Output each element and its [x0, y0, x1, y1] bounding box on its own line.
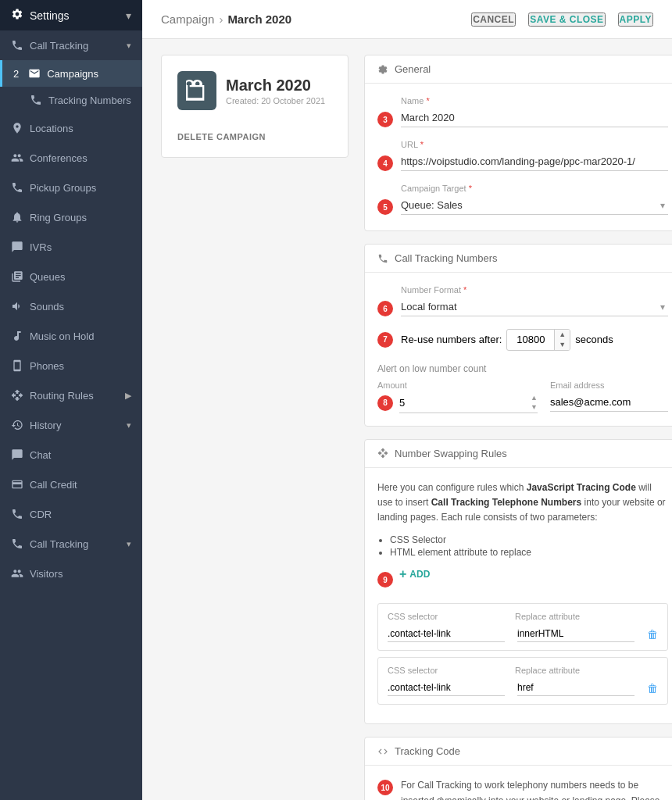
general-title: General [395, 63, 431, 75]
cancel-button[interactable]: CANCEL [471, 12, 516, 27]
sidebar-item-ring-groups[interactable]: Ring Groups [0, 202, 142, 232]
campaign-target-select[interactable]: Queue: Sales Queue: Support IVR: Main Ri… [401, 196, 668, 214]
history-icon [11, 419, 23, 431]
rule-1-replace-input[interactable] [517, 626, 634, 642]
cdr-label: CDR [30, 509, 52, 520]
calltrack-icon [11, 538, 23, 550]
sidebar-item-conferences[interactable]: Conferences [0, 143, 142, 173]
campaign-briefcase-icon [186, 80, 208, 102]
music-icon [11, 330, 23, 342]
chevron-down-icon: ▾ [127, 41, 131, 51]
format-select-wrapper: Local format International format E.164 … [401, 298, 668, 316]
sidebar-header[interactable]: Settings ▾ [0, 0, 142, 30]
url-input[interactable] [401, 152, 668, 171]
call-tracking-numbers-section: Call Tracking Numbers 6 Number Format * [364, 244, 672, 427]
phone-icon [11, 39, 23, 52]
campaigns-label: Campaigns [47, 68, 98, 80]
sidebar-item-visitors[interactable]: Visitors [0, 559, 142, 588]
rule-row-2-header: CSS selector Replace attribute [388, 666, 658, 675]
pickup-icon [11, 181, 23, 194]
sidebar-collapse-icon: ▾ [126, 9, 131, 22]
step-5-badge: 5 [377, 199, 393, 215]
page-content: March 2020 Created: 20 October 2021 DELE… [142, 39, 672, 800]
code-icon [377, 746, 388, 757]
sidebar-item-history[interactable]: History ▾ [0, 410, 142, 440]
phone2-icon [11, 359, 23, 372]
sidebar-item-ivrs[interactable]: IVRs [0, 232, 142, 262]
sidebar-item-locations[interactable]: Locations [0, 113, 142, 143]
name-input[interactable] [401, 109, 668, 127]
sidebar-item-cdr[interactable]: CDR [0, 499, 142, 529]
rule-2-css-input[interactable] [388, 680, 505, 696]
amount-increment-button[interactable]: ▲ [531, 393, 538, 403]
tracking-section-header: Tracking Code [365, 738, 672, 766]
sidebar-item-pickup-groups[interactable]: Pickup Groups [0, 173, 142, 202]
sidebar-item-tracking-numbers[interactable]: Tracking Numbers [0, 87, 142, 113]
main-content: Campaign › March 2020 CANCEL SAVE & CLOS… [142, 0, 672, 800]
ctn-title: Call Tracking Numbers [395, 252, 498, 264]
format-select[interactable]: Local format International format E.164 … [401, 298, 668, 316]
amount-col: Amount 8 ▲ ▼ [377, 380, 538, 413]
sidebar-item-chat[interactable]: Chat [0, 440, 142, 470]
css-col-label-2: CSS selector [388, 666, 502, 675]
pickup-groups-label: Pickup Groups [30, 182, 96, 194]
sidebar-item-call-tracking-bottom[interactable]: Call Tracking ▾ [0, 529, 142, 559]
swap-title: Number Swapping Rules [395, 448, 507, 459]
sidebar-item-routing-rules[interactable]: Routing Rules ▶ [0, 380, 142, 410]
routing-icon [11, 389, 23, 402]
apply-button[interactable]: APPLY [618, 12, 653, 27]
sidebar-item-music-on-hold[interactable]: Music on Hold [0, 321, 142, 351]
sidebar-item-campaigns[interactable]: 2 Campaigns [0, 60, 142, 87]
rule-row-1-inputs: 🗑 [388, 626, 658, 642]
sidebar-item-sounds[interactable]: Sounds [0, 291, 142, 321]
add-icon: + [399, 567, 406, 581]
swap-icon [377, 448, 388, 459]
step-10-badge: 10 [377, 780, 393, 795]
breadcrumb-current: March 2020 [227, 12, 291, 26]
ring-groups-label: Ring Groups [30, 212, 87, 223]
rule-row-2: CSS selector Replace attribute 🗑 [377, 657, 668, 705]
ctn-section-body: 6 Number Format * Local format Internati… [365, 273, 672, 426]
rule-1-css-input[interactable] [388, 626, 505, 642]
rule-1-delete-button[interactable]: 🗑 [647, 628, 658, 641]
ctn-section-header: Call Tracking Numbers [365, 245, 672, 273]
topbar: Campaign › March 2020 CANCEL SAVE & CLOS… [142, 0, 672, 39]
save-close-button[interactable]: SAVE & CLOSE [528, 12, 605, 27]
campaign-created: Created: 20 October 2021 [226, 96, 325, 105]
step-4-badge: 4 [377, 155, 393, 171]
email-input[interactable] [550, 393, 668, 412]
ring-icon [11, 211, 23, 223]
alert-section: Alert on low number count Amount 8 ▲ [377, 363, 668, 413]
amount-input[interactable] [399, 394, 531, 412]
url-label: URL * [401, 140, 668, 149]
sidebar-item-call-credit[interactable]: Call Credit [0, 470, 142, 499]
chat-label: Chat [30, 449, 51, 461]
reuse-increment-button[interactable]: ▲ [555, 330, 570, 340]
reuse-unit: seconds [575, 334, 613, 345]
amount-decrement-button[interactable]: ▼ [531, 402, 538, 412]
reuse-input[interactable] [507, 331, 554, 348]
step-6-badge: 6 [377, 301, 393, 316]
sidebar-item-queues[interactable]: Queues [0, 262, 142, 291]
add-rule-button[interactable]: + ADD [399, 567, 430, 581]
tracking-numbers-label: Tracking Numbers [48, 95, 131, 106]
reuse-spinner: ▲ ▼ [506, 329, 570, 351]
delete-campaign-button[interactable]: DELETE CAMPAIGN [177, 132, 266, 141]
cdr-icon [11, 508, 23, 520]
sidebar-call-tracking-label: Call Tracking [30, 40, 88, 52]
settings-icon [11, 8, 23, 23]
reuse-decrement-button[interactable]: ▼ [555, 340, 570, 350]
left-panel: March 2020 Created: 20 October 2021 DELE… [161, 55, 349, 800]
amount-label: Amount [377, 380, 538, 390]
email-label: Email address [550, 380, 668, 390]
campaign-title: March 2020 [226, 77, 325, 95]
alert-row: Amount 8 ▲ ▼ [377, 380, 668, 413]
rule-2-replace-input[interactable] [517, 680, 634, 696]
rule-row-2-inputs: 🗑 [388, 680, 658, 696]
rule-2-delete-button[interactable]: 🗑 [647, 682, 658, 695]
sidebar-item-call-tracking[interactable]: Call Tracking ▾ [0, 30, 142, 60]
sidebar-item-phones[interactable]: Phones [0, 351, 142, 380]
rule-row-1: CSS selector Replace attribute 🗑 [377, 603, 668, 651]
chevron-down-history-icon: ▾ [127, 420, 131, 430]
swap-list: CSS Selector HTML element attribute to r… [390, 534, 668, 558]
